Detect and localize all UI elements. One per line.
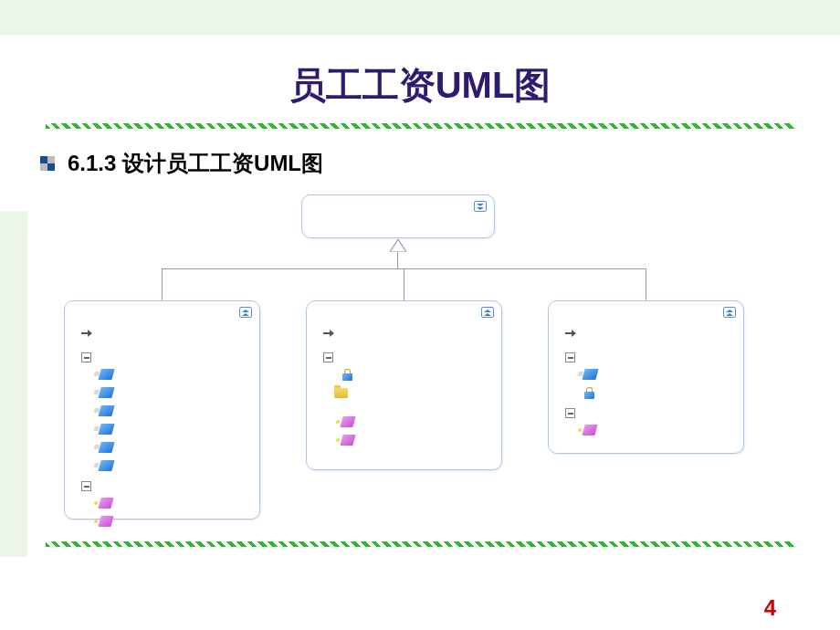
uml-parent-class [301,194,495,238]
attribute-icon [98,369,114,380]
lock-icon [341,369,354,381]
attribute-list [65,366,259,474]
left-decorative-band [0,211,27,557]
subtitle-text: 6.1.3 设计员工工资UML图 [68,149,323,178]
collapse-up-icon[interactable] [481,307,494,318]
method-icon [582,425,597,436]
package-row [307,384,501,401]
method-icon [340,416,355,427]
bottom-divider [46,541,794,547]
section-collapse-icon[interactable] [81,352,91,362]
uml-attribute [100,366,259,383]
collapse-up-icon[interactable] [723,307,736,318]
uml-attribute [100,457,259,474]
section-collapse-icon[interactable] [565,408,575,418]
uml-attribute [583,366,743,383]
top-decorative-band [0,0,840,35]
uml-attribute [100,421,259,437]
attribute-icon [98,460,114,471]
folder-icon [334,388,348,398]
uml-method [341,432,501,448]
collapse-up-icon[interactable] [239,307,252,318]
lock-icon [583,387,596,399]
method-list [549,422,743,438]
arrow-right-icon [323,329,336,338]
method-list [65,495,259,530]
uml-attribute-private [341,366,501,383]
connector-line [404,268,404,300]
method-icon [98,498,113,509]
arrow-right-icon [565,329,578,338]
slide-title: 员工工资UML图 [0,35,840,123]
uml-diagram [55,194,808,532]
uml-method [100,495,259,511]
uml-method [583,422,743,438]
connector-line [162,268,163,300]
bullet-icon [40,156,55,171]
attribute-icon [98,387,114,398]
connector-line [646,268,646,300]
attribute-icon [98,442,114,453]
connector-line [397,252,398,268]
uml-attribute-private [583,384,743,401]
expand-down-icon[interactable] [474,201,487,212]
uml-method [100,513,259,530]
arrow-right-icon [81,329,94,338]
uml-package [334,384,501,401]
attribute-icon [98,424,114,435]
attribute-icon [98,405,114,416]
svg-marker-0 [390,239,406,252]
method-icon [340,435,355,446]
section-collapse-icon[interactable] [323,352,333,362]
uml-child-class-1 [64,300,260,520]
uml-method [341,414,501,430]
uml-attribute [100,439,259,456]
uml-attribute [100,403,259,419]
method-icon [98,516,113,527]
section-collapse-icon[interactable] [81,481,91,491]
page-number: 4 [764,595,776,621]
inheritance-arrow-icon [390,239,406,252]
attribute-list [307,366,501,383]
subtitle-row: 6.1.3 设计员工工资UML图 [0,129,840,194]
uml-attribute [100,384,259,401]
uml-child-class-2 [306,300,502,470]
method-list [307,414,501,448]
attribute-icon [582,369,598,380]
attribute-list [549,366,743,401]
section-collapse-icon[interactable] [565,352,575,362]
uml-child-class-3 [548,300,744,454]
